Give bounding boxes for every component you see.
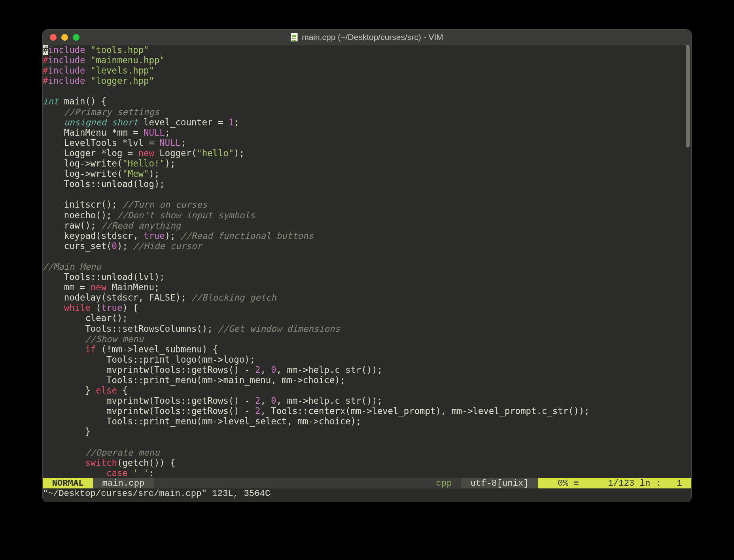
code-content: #include "tools.hpp" #include "mainmenu.… bbox=[43, 45, 691, 478]
terminal-window: main.cpp (~/Desktop/curses/src) - VIM #i… bbox=[43, 30, 691, 502]
close-icon[interactable] bbox=[50, 34, 57, 41]
editor-area[interactable]: #include "tools.hpp" #include "mainmenu.… bbox=[43, 45, 691, 502]
minimize-icon[interactable] bbox=[61, 34, 68, 41]
window-title: main.cpp (~/Desktop/curses/src) - VIM bbox=[43, 32, 691, 42]
document-icon bbox=[291, 33, 298, 42]
status-percent: 0% ≡ bbox=[538, 478, 588, 488]
titlebar: main.cpp (~/Desktop/curses/src) - VIM bbox=[43, 30, 691, 45]
window-title-text: main.cpp (~/Desktop/curses/src) - VIM bbox=[302, 32, 443, 42]
scrollbar[interactable] bbox=[686, 45, 690, 502]
command-line[interactable]: "~/Desktop/curses/src/main.cpp" 123L, 35… bbox=[43, 488, 691, 502]
status-position: 1/123 ln : 1 bbox=[588, 478, 691, 488]
status-filetype: cpp bbox=[432, 478, 462, 488]
status-encoding: utf-8[unix] bbox=[461, 478, 538, 488]
scrollbar-thumb[interactable] bbox=[686, 45, 690, 148]
status-filename: main.cpp bbox=[93, 478, 154, 488]
vim-mode: NORMAL bbox=[43, 478, 93, 488]
window-controls bbox=[43, 34, 79, 41]
status-line: NORMAL main.cpp cpp utf-8[unix] 0% ≡ 1/1… bbox=[43, 478, 691, 488]
status-spacer bbox=[154, 478, 432, 488]
maximize-icon[interactable] bbox=[73, 34, 79, 41]
